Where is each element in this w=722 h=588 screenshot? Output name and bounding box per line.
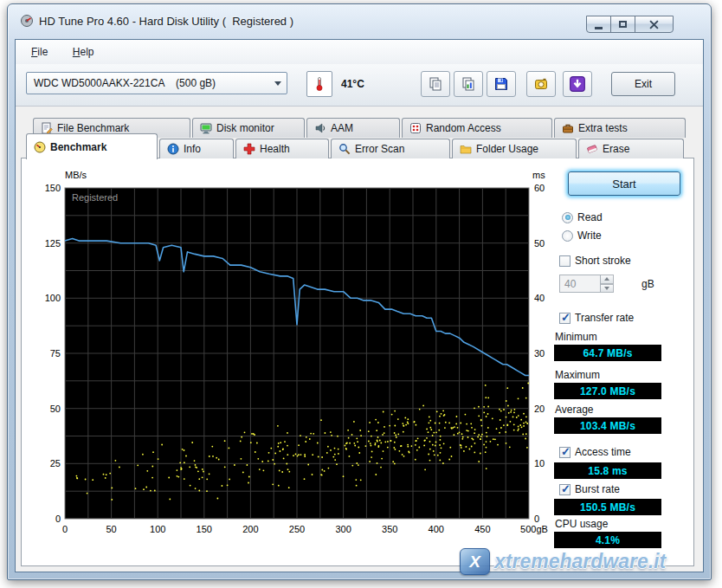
chevron-down-icon (604, 287, 609, 290)
short-stroke-size-input[interactable]: 40 (559, 275, 601, 293)
app-icon (20, 14, 34, 28)
drive-select-value: WDC WD5000AAKX-221CA (500 gB) (27, 77, 269, 89)
checkbox-icon (559, 484, 571, 495)
toolbar: WDC WD5000AAKX-221CA (500 gB) 41°C (16, 64, 703, 107)
tab-health[interactable]: Health (235, 139, 329, 158)
info-icon (167, 143, 179, 155)
tab-label: Benchmark (50, 141, 106, 153)
benchmark-controls: Start Read Write Short stroke 40 (551, 167, 692, 562)
svg-text:200: 200 (242, 524, 258, 534)
drive-select-dropdown[interactable]: WDC WD5000AAKX-221CA (500 gB) (26, 72, 287, 94)
svg-text:300: 300 (335, 524, 351, 534)
maximum-value: 127.0 MB/s (554, 383, 661, 399)
svg-text:150: 150 (45, 183, 61, 193)
checkbox-icon (559, 447, 571, 458)
caption-buttons (587, 16, 674, 33)
average-label: Average (555, 404, 593, 416)
tab-label: AAM (331, 122, 353, 134)
tab-aam[interactable]: AAM (306, 118, 400, 138)
temperature-value: 41°C (341, 78, 364, 90)
write-radio-label: Write (577, 229, 602, 242)
checkbox-icon (559, 255, 571, 267)
menu-help[interactable]: Help (68, 45, 100, 59)
download-button[interactable] (563, 71, 592, 97)
copy-text-button[interactable] (421, 71, 450, 97)
titlebar: HD Tune Pro 4.60 - Hard Disk Utility ( R… (8, 4, 711, 39)
tab-info[interactable]: Info (159, 139, 234, 158)
burst-rate-checkbox[interactable]: Burst rate (559, 483, 620, 495)
copy-screenshot-icon (461, 76, 476, 92)
tab-extra-tests[interactable]: Extra tests (554, 118, 686, 138)
read-radio[interactable]: Read (562, 211, 603, 223)
tab-folder-usage[interactable]: Folder Usage (452, 139, 577, 158)
watermark-logo: X (460, 548, 490, 575)
chevron-down-icon (269, 81, 287, 86)
tab-label: Random Access (426, 122, 501, 134)
svg-text:0: 0 (534, 514, 539, 524)
short-stroke-label: Short stroke (575, 255, 631, 267)
svg-text:100: 100 (150, 524, 165, 534)
disk-monitor-icon (200, 122, 212, 134)
checkbox-icon (559, 313, 571, 324)
copy-screenshot-button[interactable] (454, 71, 483, 97)
svg-text:125: 125 (45, 238, 61, 249)
transfer-rate-label: Transfer rate (575, 312, 634, 324)
capture-button[interactable] (526, 71, 556, 97)
download-icon (569, 75, 586, 93)
svg-text:60: 60 (534, 183, 545, 193)
radio-icon (562, 230, 573, 242)
svg-text:0: 0 (62, 524, 68, 534)
save-screenshot-button[interactable] (487, 71, 516, 97)
transfer-rate-checkbox[interactable]: Transfer rate (559, 312, 634, 324)
svg-text:40: 40 (534, 293, 545, 303)
capture-icon (533, 76, 549, 92)
minimize-icon (595, 27, 603, 29)
tab-label: Error Scan (355, 143, 404, 155)
close-icon (649, 20, 659, 29)
tab-benchmark[interactable]: Benchmark (26, 133, 158, 159)
gb-unit-label: gB (641, 278, 654, 290)
spin-down-button[interactable] (601, 284, 614, 294)
extra-tests-icon (562, 122, 574, 134)
write-radio[interactable]: Write (562, 229, 602, 242)
random-access-icon (409, 122, 422, 134)
svg-text:75: 75 (50, 348, 61, 359)
health-icon (243, 143, 255, 155)
access-time-checkbox[interactable]: Access time (559, 446, 631, 458)
svg-text:20: 20 (534, 404, 545, 414)
close-button[interactable] (635, 16, 674, 33)
svg-text:450: 450 (474, 524, 490, 534)
svg-text:ms: ms (532, 170, 545, 180)
svg-text:0: 0 (55, 514, 61, 524)
short-stroke-checkbox[interactable]: Short stroke (559, 255, 631, 267)
tab-error-scan[interactable]: Error Scan (331, 139, 450, 158)
svg-text:350: 350 (382, 524, 397, 534)
tab-label: Folder Usage (476, 143, 538, 155)
svg-text:Registered: Registered (72, 192, 118, 203)
tab-random-access[interactable]: Random Access (402, 118, 552, 138)
spin-up-button[interactable] (601, 275, 614, 284)
window-title: HD Tune Pro 4.60 - Hard Disk Utility ( R… (39, 15, 293, 28)
erase-icon (586, 143, 598, 155)
minimize-button[interactable] (586, 16, 611, 33)
cpu-usage-label: CPU usage (555, 518, 608, 530)
svg-text:10: 10 (534, 458, 545, 468)
burst-rate-value: 150.5 MB/s (554, 499, 661, 515)
svg-text:400: 400 (429, 524, 444, 534)
maximize-icon (619, 21, 627, 28)
file-benchmark-icon (41, 122, 53, 134)
aam-icon (314, 122, 326, 134)
maximize-button[interactable] (610, 16, 635, 33)
benchmark-chart: RegisteredMB/sms150125100755025060504030… (30, 165, 564, 555)
menu-file[interactable]: File (26, 45, 53, 59)
watermark-text: xtremehardware.it (494, 550, 666, 573)
exit-button[interactable]: Exit (611, 72, 675, 96)
tab-disk-monitor[interactable]: Disk monitor (192, 118, 305, 138)
start-button[interactable]: Start (568, 171, 680, 196)
svg-text:30: 30 (534, 348, 545, 359)
tab-erase[interactable]: Erase (578, 139, 684, 158)
tab-label: Disk monitor (216, 122, 274, 134)
minimum-label: Minimum (555, 331, 597, 343)
svg-text:50: 50 (534, 238, 545, 249)
minimum-value: 64.7 MB/s (554, 345, 661, 361)
